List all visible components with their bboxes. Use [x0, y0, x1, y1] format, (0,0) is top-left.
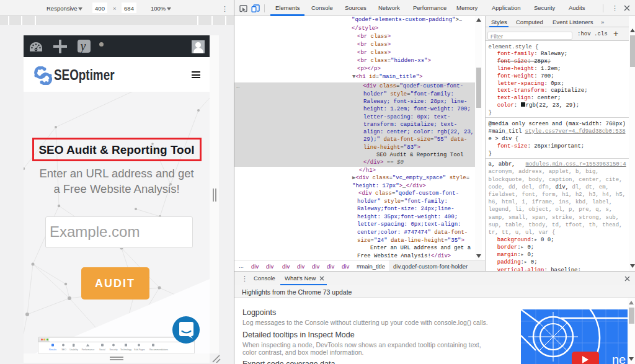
svg-text:Recommendations: Recommendations	[149, 348, 168, 351]
svg-text:y: y	[79, 40, 86, 53]
svg-text:Usability: Usability	[69, 348, 78, 351]
svg-text:SEO: SEO	[61, 348, 66, 351]
svg-text:Security: Security	[110, 348, 118, 351]
svg-text:Social: Social	[99, 348, 105, 351]
svg-text:Results: Results	[49, 348, 56, 351]
svg-text:Technology: Technology	[120, 348, 131, 351]
svg-text:ne: ne	[612, 353, 626, 364]
svg-text:Performance: Performance	[82, 348, 95, 351]
svg-text:Sub-Pages: Sub-Pages	[134, 348, 145, 351]
